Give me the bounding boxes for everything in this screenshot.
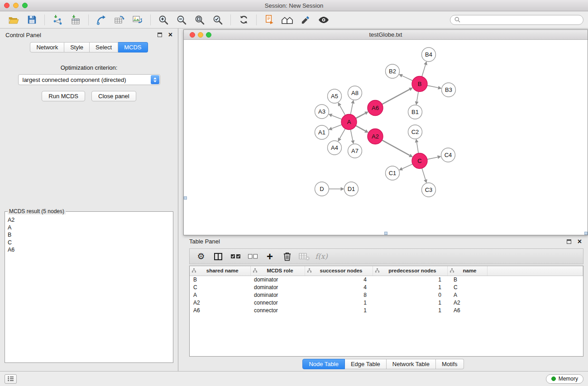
graph-node-C[interactable]: C	[412, 153, 427, 169]
tab-network[interactable]: Network	[30, 42, 64, 52]
export-image-button[interactable]	[129, 13, 147, 27]
graph-edge-B-B4[interactable]	[422, 65, 425, 76]
table-row[interactable]: Adominator80A	[190, 291, 583, 299]
column-header-MCDS-role[interactable]: MCDS role	[250, 266, 305, 276]
graph-node-A5[interactable]: A5	[328, 89, 342, 103]
graph-node-B1[interactable]: B1	[408, 105, 422, 119]
delete-table-button[interactable]	[298, 250, 310, 263]
graph-edge-B-B2[interactable]	[402, 76, 412, 81]
graph-edge-A-A4[interactable]	[340, 129, 345, 138]
column-header-predecessor-nodes[interactable]: predecessor nodes	[373, 266, 447, 276]
network-canvas[interactable]: B4B2BB3A5A8A6A3B1AA1C2A2A4A7C4CC1C3DD1	[184, 40, 588, 235]
tab-network-table[interactable]: Network Table	[387, 359, 436, 369]
graph-node-A4[interactable]: A4	[328, 141, 342, 155]
graph-node-C4[interactable]: C4	[441, 148, 455, 162]
graph-node-A1[interactable]: A1	[315, 125, 329, 139]
tab-mcds[interactable]: MCDS	[118, 42, 148, 52]
minimize-window-button[interactable]	[13, 3, 19, 8]
graph-edge-A-A7[interactable]	[350, 129, 353, 140]
optimization-criterion-dropdown[interactable]: largest connected component (directed)	[18, 74, 160, 85]
open-session-button[interactable]	[5, 13, 23, 27]
memory-button[interactable]: Memory	[546, 374, 583, 384]
graph-node-A2[interactable]: A2	[368, 129, 383, 144]
graph-node-B4[interactable]: B4	[422, 48, 436, 62]
graph-edge-B-B1[interactable]	[417, 91, 419, 101]
show-task-history-button[interactable]	[5, 374, 17, 384]
graph-edge-A-A5[interactable]	[340, 105, 345, 115]
graph-node-B[interactable]: B	[412, 76, 427, 92]
resize-grip[interactable]	[384, 232, 387, 235]
graph-node-A3[interactable]: A3	[315, 105, 329, 119]
tab-select[interactable]: Select	[90, 42, 118, 52]
graph-edge-C-C4[interactable]	[427, 157, 438, 159]
close-table-panel-icon[interactable]: ×	[578, 239, 582, 244]
float-panel-icon[interactable]	[158, 33, 162, 37]
create-column-button[interactable]: +	[264, 250, 276, 263]
column-header-name[interactable]: name	[447, 266, 487, 276]
table-row[interactable]: A2connector11A2	[190, 299, 583, 307]
column-header-successor-nodes[interactable]: successor nodes	[305, 266, 373, 276]
close-window-button[interactable]	[4, 3, 10, 8]
home-button[interactable]	[278, 13, 296, 27]
graph-edge-A-A8[interactable]	[350, 104, 353, 114]
function-builder-button[interactable]: f(x)	[316, 250, 327, 263]
new-network-button[interactable]	[92, 13, 110, 27]
zoom-selected-button[interactable]	[209, 13, 227, 27]
graph-node-C1[interactable]: C1	[386, 166, 400, 180]
import-network-from-file-button[interactable]	[48, 13, 67, 27]
graph-node-A8[interactable]: A8	[348, 86, 362, 100]
tab-motifs[interactable]: Motifs	[436, 359, 464, 369]
node-table-container[interactable]: shared nameMCDS rolesuccessor nodesprede…	[189, 266, 583, 357]
unselect-all-columns-button[interactable]	[247, 250, 258, 263]
column-header-shared-name[interactable]: shared name	[190, 266, 250, 276]
graph-edge-B-B3[interactable]	[427, 86, 438, 88]
resize-grip[interactable]	[184, 196, 187, 200]
graph-edge-A-A6[interactable]	[356, 113, 365, 118]
graph-node-C3[interactable]: C3	[422, 183, 436, 197]
graph-node-B3[interactable]: B3	[442, 83, 456, 97]
tab-node-table[interactable]: Node Table	[302, 359, 345, 369]
graph-edge-A-A1[interactable]	[332, 125, 342, 129]
network-minimize-button[interactable]	[198, 32, 203, 38]
tab-edge-table[interactable]: Edge Table	[345, 359, 387, 369]
graph-node-D[interactable]: D	[315, 182, 329, 196]
table-row[interactable]: Cdominator41C	[190, 284, 583, 291]
network-close-button[interactable]	[190, 32, 195, 38]
graph-edge-A6-B[interactable]	[382, 89, 410, 104]
table-row[interactable]: A6connector11A6	[190, 307, 583, 315]
graph-edge-A2-C[interactable]	[382, 140, 410, 156]
save-session-button[interactable]	[23, 13, 41, 27]
close-panel-icon[interactable]: ×	[168, 33, 172, 37]
search-box[interactable]	[450, 15, 583, 25]
annotation-pen-button[interactable]	[296, 13, 315, 27]
graph-edge-C-C1[interactable]	[402, 164, 412, 169]
show-hide-details-button[interactable]	[315, 13, 333, 27]
table-row[interactable]: Bdominator41B	[190, 276, 583, 284]
graph-node-A7[interactable]: A7	[348, 144, 362, 158]
graph-node-B2[interactable]: B2	[386, 64, 400, 78]
float-table-panel-icon[interactable]	[567, 239, 571, 244]
zoom-in-button[interactable]	[154, 13, 172, 27]
graph-node-A6[interactable]: A6	[368, 100, 383, 116]
graph-edge-A-A2[interactable]	[356, 126, 365, 131]
graph-edge-A-A3[interactable]	[332, 115, 342, 119]
network-zoom-button[interactable]	[206, 32, 211, 38]
resize-grip[interactable]	[584, 232, 588, 235]
graph-node-D1[interactable]: D1	[344, 182, 359, 196]
graph-edge-C-C2[interactable]	[417, 143, 419, 153]
refresh-view-button[interactable]	[234, 13, 253, 27]
show-column-panel-button[interactable]	[212, 250, 224, 263]
close-panel-button[interactable]: Close panel	[91, 91, 136, 101]
new-table-button[interactable]	[110, 13, 129, 27]
network-window-titlebar[interactable]: testGlobe.txt	[184, 30, 588, 40]
select-all-columns-button[interactable]	[229, 250, 241, 263]
import-table-from-file-button[interactable]	[67, 13, 85, 27]
table-settings-button[interactable]: ⚙	[195, 250, 207, 263]
zoom-window-button[interactable]	[22, 3, 28, 8]
run-mcds-button[interactable]: Run MCDS	[42, 91, 85, 101]
open-panel-button[interactable]	[260, 13, 278, 27]
zoom-out-button[interactable]	[172, 13, 191, 27]
zoom-fit-button[interactable]	[191, 13, 209, 27]
tab-style[interactable]: Style	[64, 42, 90, 52]
graph-node-C2[interactable]: C2	[408, 125, 422, 139]
